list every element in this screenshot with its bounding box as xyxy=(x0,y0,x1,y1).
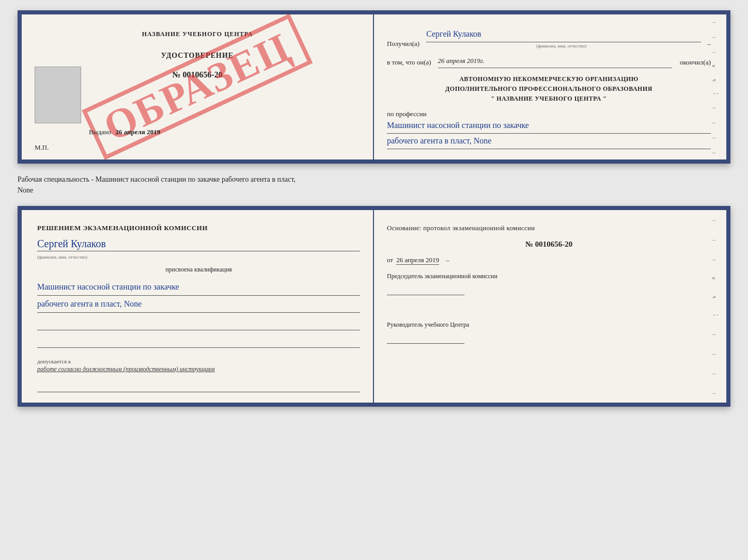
org-line1: АВТОНОМНУЮ НЕКОММЕРЧЕСКУЮ ОРГАНИЗАЦИЮ xyxy=(387,74,711,84)
commission-title: Решением экзаменационной комиссии xyxy=(37,223,360,233)
received-row: Получил(а) Сергей Кулаков (фамилия, имя,… xyxy=(387,27,711,50)
date-value: 26 апреля 2019г. xyxy=(438,56,672,68)
qualification-line2: рабочего агента в пласт, None xyxy=(37,296,360,313)
person-name: Сергей Кулаков xyxy=(37,238,360,251)
допускается-section: допускается к работе согласно должностны… xyxy=(37,358,360,374)
profession-line2: рабочего агента в пласт, None xyxy=(387,134,711,149)
head-sig-line xyxy=(387,333,464,344)
assigned-text: присвоена квалификация xyxy=(37,266,360,274)
middle-text-line2: None xyxy=(18,186,33,194)
basis-label: Основание: протокол экзаменационной коми… xyxy=(387,223,711,233)
top-doc-left: НАЗВАНИЕ УЧЕБНОГО ЦЕНТРА УДОСТОВЕРЕНИЕ №… xyxy=(22,14,374,159)
profession-label: по профессии xyxy=(387,110,711,118)
training-center-title: НАЗВАНИЕ УЧЕБНОГО ЦЕНТРА xyxy=(35,30,360,39)
org-block: АВТОНОМНУЮ НЕКОММЕРЧЕСКУЮ ОРГАНИЗАЦИЮ ДО… xyxy=(387,74,711,104)
org-line2: ДОПОЛНИТЕЛЬНОГО ПРОФЕССИОНАЛЬНОГО ОБРАЗО… xyxy=(387,84,711,94)
chairman-label: Председатель экзаменационной комиссии xyxy=(387,271,711,281)
top-right-dashes: – – – и ,а ←- – – – – xyxy=(712,14,719,159)
bottom-document: Решением экзаменационной комиссии Сергей… xyxy=(18,206,730,407)
photo-placeholder xyxy=(35,67,81,123)
qualification-section: Машинист насосной станции по закачке раб… xyxy=(37,279,360,313)
finished-label: окончил(а) xyxy=(680,57,711,68)
certificate-number: № 0010656-20 xyxy=(35,70,360,79)
bottom-doc-right: – – – и ,а ←- – – – – Основание: протоко… xyxy=(374,210,726,403)
chairman-block: Председатель экзаменационной комиссии xyxy=(387,271,711,295)
spacer xyxy=(387,302,711,313)
top-document: НАЗВАНИЕ УЧЕБНОГО ЦЕНТРА УДОСТОВЕРЕНИЕ №… xyxy=(18,10,730,164)
head-block: Руководитель учебного Центра xyxy=(387,320,711,344)
middle-text-line1: Рабочая специальность - Машинист насосно… xyxy=(18,175,295,183)
profession-section: по профессии Машинист насосной станции п… xyxy=(387,110,711,149)
org-line3: " НАЗВАНИЕ УЧЕБНОГО ЦЕНТРА " xyxy=(387,94,711,104)
blank-line-3 xyxy=(37,380,360,392)
допускается-value: работе согласно должностным (производств… xyxy=(37,364,360,374)
certificate-type: УДОСТОВЕРЕНИЕ xyxy=(35,52,360,60)
protocol-number: № 0010656-20 xyxy=(387,240,711,249)
received-label: Получил(а) xyxy=(387,39,419,50)
issued-line: Выдано 26 апреля 2019 xyxy=(89,128,160,136)
qualification-line1: Машинист насосной станции по закачке xyxy=(37,279,360,296)
допускается-label: допускается к xyxy=(37,358,71,364)
date-row: в том, что он(а) 26 апреля 2019г. окончи… xyxy=(387,56,711,68)
bottom-doc-left: Решением экзаменационной комиссии Сергей… xyxy=(22,210,374,403)
person-name-section: Сергей Кулаков (фамилия, имя, отчество) xyxy=(37,238,360,261)
date-prefix: от xyxy=(387,256,393,264)
received-name: Сергей Кулаков xyxy=(426,27,700,42)
blank-line-1 xyxy=(37,318,360,330)
protocol-date: от 26 апреля 2019 – xyxy=(387,256,711,264)
middle-text-block: Рабочая специальность - Машинист насосно… xyxy=(18,171,730,198)
mp-label: М.П. xyxy=(35,143,49,152)
date-label: в том, что он(а) xyxy=(387,57,431,68)
right-dashes: – – – и ,а ←- – – – – xyxy=(712,210,719,403)
name-hint-bottom: (фамилия, имя, отчество) xyxy=(37,254,87,260)
top-doc-right: – – – и ,а ←- – – – – Получил(а) Сергей … xyxy=(374,14,726,159)
issued-date: 26 апреля 2019 xyxy=(116,128,161,136)
profession-line1: Машинист насосной станции по закачке xyxy=(387,118,711,134)
blank-line-2 xyxy=(37,335,360,348)
name-hint-top: (фамилия, имя, отчество) xyxy=(422,42,700,50)
issued-label: Выдано xyxy=(89,128,111,136)
protocol-date-value: 26 апреля 2019 xyxy=(396,256,439,265)
head-label: Руководитель учебного Центра xyxy=(387,320,711,329)
chairman-sig-line xyxy=(387,285,464,295)
